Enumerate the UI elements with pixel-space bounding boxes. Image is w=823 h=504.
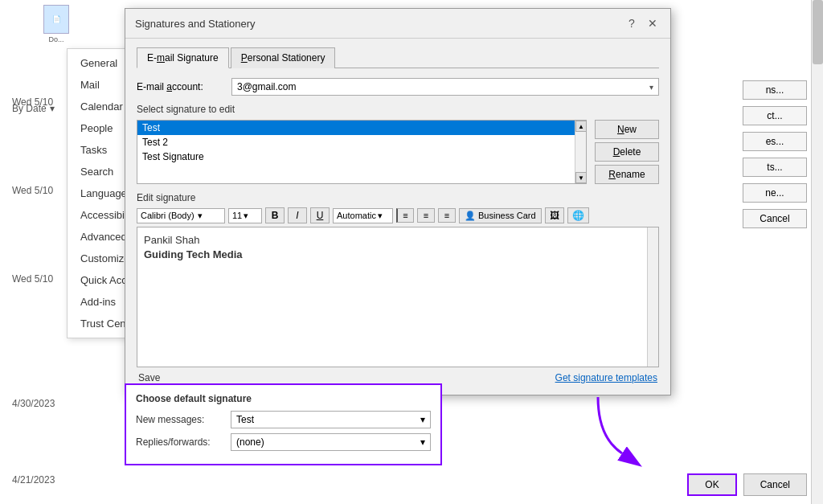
italic-button[interactable]: I bbox=[288, 207, 307, 223]
align-left-button[interactable]: ≡ bbox=[396, 208, 414, 223]
sig-item-test2[interactable]: Test 2 bbox=[137, 135, 586, 150]
default-sig-title: Choose default signature bbox=[136, 393, 431, 404]
insert-image-button[interactable]: 🖼 bbox=[545, 207, 564, 223]
bold-button[interactable]: B bbox=[265, 207, 285, 223]
signatures-dialog: Signatures and Stationery ? ✕ E-mail Sig… bbox=[125, 8, 671, 395]
email-account-label: E-mail account: bbox=[137, 81, 225, 92]
font-size: 11 bbox=[232, 211, 242, 220]
tab-personal-stationery-label: Personal Stationery bbox=[241, 52, 326, 64]
ok-button[interactable]: OK bbox=[687, 473, 736, 496]
color-dropdown[interactable]: Automatic ▾ bbox=[333, 208, 393, 223]
email-dropdown-arrow: ▾ bbox=[649, 83, 653, 92]
tab-email-signature[interactable]: E-mail Signature bbox=[137, 47, 229, 68]
right-btn-4[interactable]: ts... bbox=[743, 158, 807, 177]
cal-date-3: Wed 5/10 bbox=[12, 273, 53, 285]
dialog-bottom-buttons: OK Cancel bbox=[687, 473, 807, 496]
cancel-bottom-button[interactable]: Cancel bbox=[743, 473, 807, 496]
align-right-button[interactable]: ≡ bbox=[438, 208, 456, 223]
sig-editor-content: Pankil Shah Guiding Tech Media bbox=[144, 234, 652, 260]
email-account-value: 3@gmail.com bbox=[237, 81, 649, 92]
email-account-row: E-mail account: 3@gmail.com ▾ bbox=[137, 78, 659, 96]
right-btn-3[interactable]: es... bbox=[743, 132, 807, 151]
cal-date-4: 4/30/2023 bbox=[12, 398, 55, 409]
sig-scroll-down[interactable]: ▼ bbox=[575, 172, 587, 183]
sig-list-area: Test Test 2 Test Signature ▲ ▼ New Delet… bbox=[137, 120, 659, 184]
right-btn-2[interactable]: ct... bbox=[743, 106, 807, 125]
new-messages-label: New messages: bbox=[136, 414, 224, 425]
doc-icon-area: 📄 Do... bbox=[24, 4, 88, 44]
save-row: Save Get signature templates bbox=[137, 372, 659, 383]
sig-listbox[interactable]: Test Test 2 Test Signature ▲ ▼ bbox=[137, 120, 587, 184]
replies-dropdown[interactable]: (none) ▾ bbox=[231, 433, 431, 451]
right-btn-cancel[interactable]: Cancel bbox=[743, 209, 807, 228]
email-account-dropdown[interactable]: 3@gmail.com ▾ bbox=[231, 78, 659, 96]
font-size-select[interactable]: 11 ▾ bbox=[228, 208, 262, 223]
sig-editor-scrollbar[interactable] bbox=[647, 227, 658, 367]
replies-label: Replies/forwards: bbox=[136, 436, 224, 448]
select-sig-label: Select signature to edit bbox=[137, 104, 659, 115]
cal-date-1: Wed 5/10 bbox=[12, 96, 53, 108]
tab-bar: E-mail Signature Personal Stationery bbox=[137, 47, 659, 68]
rename-button[interactable]: Rename bbox=[595, 165, 659, 184]
cal-date-2: Wed 5/10 bbox=[12, 185, 53, 196]
doc-label: Do... bbox=[48, 35, 63, 43]
sig-scroll-up[interactable]: ▲ bbox=[575, 121, 587, 132]
font-dropdown-arrow: ▾ bbox=[198, 211, 203, 221]
sig-toolbar: Calibri (Body) ▾ 11 ▾ B I U Automatic ▾ … bbox=[137, 207, 659, 223]
font-name: Calibri (Body) bbox=[141, 211, 194, 220]
color-arrow: ▾ bbox=[378, 211, 383, 221]
new-messages-value: Test bbox=[236, 414, 254, 425]
right-btn-1[interactable]: ns... bbox=[743, 80, 807, 100]
dialog-title: Signatures and Stationery bbox=[135, 18, 256, 30]
replies-row: Replies/forwards: (none) ▾ bbox=[136, 433, 431, 451]
scrollbar-thumb[interactable] bbox=[813, 0, 823, 64]
underline-button[interactable]: U bbox=[310, 207, 330, 223]
dialog-titlebar: Signatures and Stationery ? ✕ bbox=[125, 9, 670, 39]
replies-arrow: ▾ bbox=[420, 436, 425, 448]
insert-hyperlink-button[interactable]: 🌐 bbox=[567, 207, 589, 223]
sig-item-test[interactable]: Test bbox=[137, 121, 586, 135]
get-templates-link[interactable]: Get signature templates bbox=[555, 372, 657, 383]
tab-personal-stationery[interactable]: Personal Stationery bbox=[231, 47, 336, 68]
new-messages-row: New messages: Test ▾ bbox=[136, 411, 431, 428]
business-card-icon: 👤 bbox=[465, 211, 476, 221]
dialog-controls: ? ✕ bbox=[624, 15, 661, 31]
delete-button[interactable]: Delete bbox=[595, 142, 659, 162]
sig-company: Guiding Tech Media bbox=[144, 248, 639, 260]
dialog-close-button[interactable]: ✕ bbox=[645, 15, 661, 31]
save-button[interactable]: Save bbox=[138, 372, 160, 383]
align-center-button[interactable]: ≡ bbox=[417, 208, 435, 223]
right-buttons: ns... ct... es... ts... ne... Cancel bbox=[743, 80, 807, 228]
dialog-help-button[interactable]: ? bbox=[624, 15, 640, 31]
right-btn-5[interactable]: ne... bbox=[743, 183, 807, 203]
default-sig-section: Choose default signature New messages: T… bbox=[125, 383, 442, 465]
main-scrollbar[interactable] bbox=[811, 0, 823, 504]
edit-sig-label: Edit signature bbox=[137, 192, 659, 203]
cal-date-5: 4/21/2023 bbox=[12, 474, 55, 486]
new-messages-arrow: ▾ bbox=[420, 414, 425, 425]
font-size-arrow: ▾ bbox=[244, 211, 248, 221]
new-button[interactable]: New bbox=[595, 120, 659, 139]
business-card-label: Business Card bbox=[478, 211, 536, 220]
sig-name: Pankil Shah bbox=[144, 234, 639, 246]
color-value: Automatic bbox=[337, 211, 376, 220]
sig-list-scrollbar[interactable]: ▲ ▼ bbox=[575, 121, 586, 183]
font-select[interactable]: Calibri (Body) ▾ bbox=[137, 208, 225, 223]
dialog-body: E-mail Signature Personal Stationery E-m… bbox=[125, 39, 670, 395]
sig-editor[interactable]: Pankil Shah Guiding Tech Media bbox=[137, 227, 659, 367]
tab-email-signature-label: E-mail Signature bbox=[147, 52, 219, 64]
replies-value: (none) bbox=[236, 436, 264, 448]
new-messages-dropdown[interactable]: Test ▾ bbox=[231, 411, 431, 428]
business-card-button[interactable]: 👤 Business Card bbox=[459, 208, 542, 223]
sig-item-test-signature[interactable]: Test Signature bbox=[137, 150, 586, 164]
doc-icon: 📄 bbox=[43, 5, 69, 34]
sig-action-buttons: New Delete Rename bbox=[595, 120, 659, 184]
